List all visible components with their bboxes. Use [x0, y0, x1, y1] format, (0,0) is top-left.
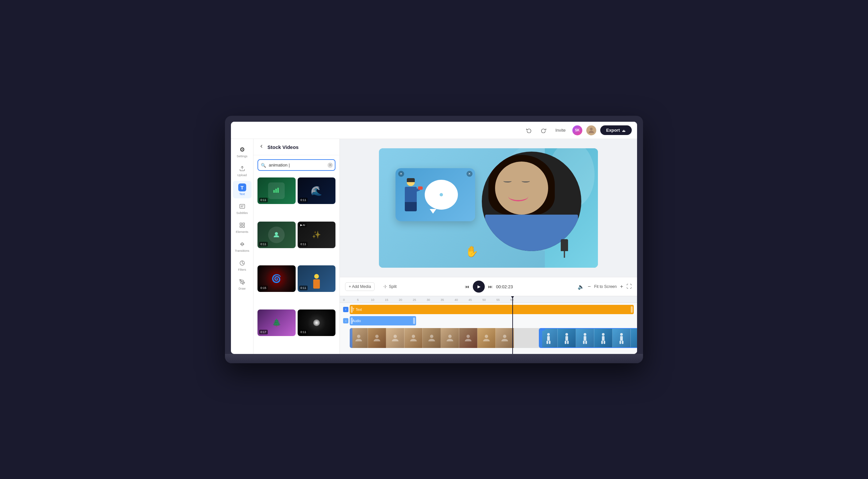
ruler-0: 0	[343, 298, 357, 301]
anim-strip-handle-left[interactable]	[539, 329, 542, 348]
speech-bubble	[425, 180, 458, 210]
search-input[interactable]	[257, 159, 336, 171]
video-thumb-1[interactable]: 0:11	[257, 178, 296, 204]
text-track-bar[interactable]: T Text	[350, 305, 634, 314]
timeline-right: 🔈 − Fit to Screen + ⛶	[578, 284, 632, 290]
audio-track-bar[interactable]: Audio	[350, 316, 416, 325]
header-actions: Invite SK Export	[524, 125, 632, 136]
svg-point-40	[620, 333, 623, 336]
panel-header: Stock Videos	[253, 139, 339, 155]
sidebar-label-upload: Upload	[237, 173, 247, 177]
video-duration-6: 0:11	[299, 286, 308, 290]
sidebar-item-draw[interactable]: Draw	[233, 275, 251, 293]
anim-frame-3	[576, 329, 594, 348]
fit-screen-label: Fit to Screen	[594, 284, 617, 289]
ruler-5: 5	[357, 298, 371, 301]
sidebar-label-transitions: Transitions	[235, 249, 250, 252]
fullscreen-button[interactable]: ⛶	[626, 284, 632, 290]
undo-button[interactable]	[524, 125, 534, 136]
laptop-base	[225, 354, 643, 363]
sidebar-item-transitions[interactable]: Transitions	[233, 237, 251, 255]
volume-icon[interactable]: 🔈	[578, 284, 584, 290]
ruler-30: 30	[427, 298, 441, 301]
play-button[interactable]: ▶	[473, 281, 485, 293]
svg-rect-1	[240, 204, 245, 208]
timeline-playhead[interactable]	[512, 296, 513, 354]
svg-point-22	[485, 335, 488, 338]
video-thumb-7[interactable]: 🌲 0:17	[257, 310, 296, 336]
svg-rect-26	[547, 341, 548, 344]
video-duration-2: 0:11	[299, 198, 308, 202]
sidebar-item-settings[interactable]: ⚙ Settings	[233, 143, 251, 161]
svg-rect-33	[584, 336, 586, 341]
text-track-handle-left[interactable]	[351, 306, 353, 313]
strip-frame-6	[441, 328, 459, 348]
skip-forward-button[interactable]: ⏭	[488, 284, 493, 289]
svg-rect-38	[601, 341, 603, 344]
video-frame: ✕ ✕	[379, 148, 598, 268]
audio-track-handle-right[interactable]	[413, 317, 415, 324]
sidebar-item-text[interactable]: T Text	[233, 181, 251, 198]
ruler-15: 15	[385, 298, 399, 301]
svg-rect-12	[277, 188, 279, 193]
ruler-35: 35	[441, 298, 455, 301]
video-thumb-2[interactable]: 🌊 0:11	[298, 178, 336, 204]
sidebar-item-elements[interactable]: Elements	[233, 219, 251, 236]
svg-rect-39	[603, 341, 605, 344]
main-strip-handle-left[interactable]	[350, 328, 352, 348]
strip-frame-4	[404, 328, 423, 348]
audio-track-handle-left[interactable]	[351, 317, 353, 324]
video-duration-7: 0:17	[259, 330, 268, 334]
main-video-strip-container: ✕	[350, 328, 634, 348]
text-track-handle-right[interactable]	[631, 306, 633, 313]
timeline: 0 5 10 15 20 25 30 35 40 45 50 55	[340, 296, 637, 354]
strip-frame-1	[350, 328, 368, 348]
preview-area: ✕ ✕	[340, 139, 637, 354]
svg-point-16	[375, 335, 379, 338]
animation-video-strip[interactable]: ✕	[539, 328, 637, 348]
ruler-40: 40	[455, 298, 468, 301]
svg-rect-34	[583, 341, 585, 344]
video-duration-3: 0:11	[259, 242, 268, 247]
svg-rect-11	[275, 189, 277, 193]
video-preview: ✕ ✕	[340, 139, 637, 277]
sidebar-item-subtitles[interactable]: Subtitles	[233, 200, 251, 217]
zoom-out-button[interactable]: −	[588, 284, 591, 290]
floating-animation-card: ✕ ✕	[396, 168, 475, 221]
video-thumb-5[interactable]: 🌀 0:15	[257, 265, 296, 292]
split-button[interactable]: Split	[380, 283, 400, 291]
video-thumb-8[interactable]: 0:11	[298, 310, 336, 336]
text-icon: T	[238, 184, 246, 191]
svg-point-0	[590, 128, 593, 130]
svg-point-36	[602, 333, 604, 336]
strip-frame-8	[477, 328, 496, 348]
main-video-strip[interactable]	[350, 328, 549, 348]
export-button[interactable]: Export	[600, 125, 632, 135]
filters-icon	[238, 259, 246, 267]
search-icon: 🔍	[261, 163, 266, 167]
fit-to-screen-button[interactable]: Fit to Screen	[594, 284, 617, 289]
video-thumb-4[interactable]: ✨ 0:11 ▶ AI	[298, 222, 336, 248]
invite-button[interactable]: Invite	[553, 128, 568, 133]
video-thumb-3[interactable]: 0:11	[257, 222, 296, 248]
svg-point-24	[547, 333, 550, 336]
video-thumb-6[interactable]: 0:11	[298, 265, 336, 292]
svg-rect-43	[622, 341, 623, 344]
redo-button[interactable]	[538, 125, 549, 136]
search-clear-button[interactable]: ✕	[328, 163, 333, 168]
svg-point-32	[584, 333, 586, 336]
svg-point-15	[357, 335, 360, 338]
sidebar-item-upload[interactable]: Upload	[233, 162, 251, 180]
skip-back-button[interactable]: ⏮	[465, 284, 469, 289]
ruler-50: 50	[483, 298, 496, 301]
sidebar-item-filters[interactable]: Filters	[233, 256, 251, 274]
card-close-left-button[interactable]: ✕	[398, 171, 404, 177]
card-close-right-button[interactable]: ✕	[467, 171, 472, 177]
strip-frame-5	[423, 328, 441, 348]
svg-point-19	[430, 335, 433, 338]
zoom-in-button[interactable]: +	[620, 284, 623, 290]
add-media-button[interactable]: + Add Media	[345, 282, 375, 291]
panel-back-button[interactable]	[259, 143, 264, 150]
timeline-tracks: T T Text ♫	[340, 303, 637, 327]
app-header: Invite SK Export	[231, 122, 637, 139]
